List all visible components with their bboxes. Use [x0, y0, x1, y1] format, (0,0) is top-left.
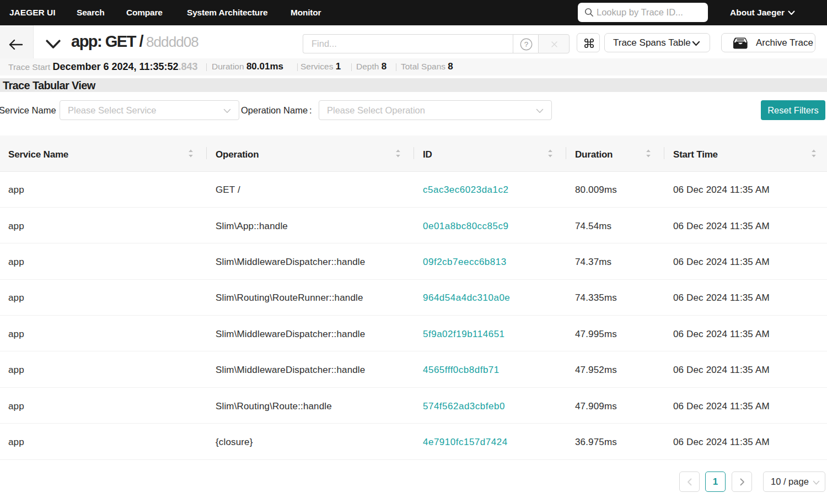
svg-text:?: ? [524, 40, 529, 48]
